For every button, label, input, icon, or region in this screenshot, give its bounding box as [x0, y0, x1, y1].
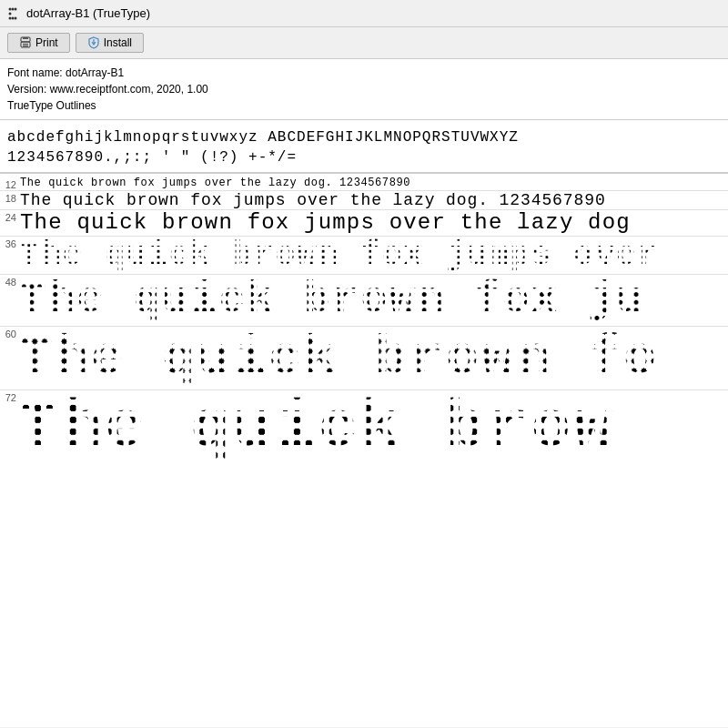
sample-text: The quick brown fox jumps over the lazy … — [20, 191, 606, 210]
sample-row: 60The quick brown fo — [0, 327, 728, 389]
sample-row: 18The quick brown fox jumps over the laz… — [0, 191, 728, 210]
alphabet-line2: 1234567890.,;:; ' " (!?) +-*/= — [7, 147, 721, 167]
sample-row: 48The quick brown fox ju — [0, 275, 728, 325]
sample-text: The quick brown fox ju — [20, 275, 645, 325]
sample-text: The quick brow — [20, 390, 616, 466]
svg-rect-10 — [23, 46, 28, 46]
sample-row: 72The quick brow — [0, 390, 728, 466]
print-button[interactable]: Print — [7, 33, 70, 53]
sample-text: The quick brown fox jumps over — [20, 237, 659, 274]
sample-size-label: 48 — [0, 275, 20, 288]
font-icon — [7, 6, 22, 21]
install-button[interactable]: Install — [76, 33, 144, 53]
sample-size-label: 24 — [0, 210, 20, 223]
svg-point-3 — [9, 12, 12, 15]
sample-size-label: 12 — [0, 177, 20, 190]
install-icon — [87, 36, 100, 49]
sample-size-label: 18 — [0, 191, 20, 204]
print-label: Print — [35, 36, 58, 49]
sample-row: 24The quick brown fox jumps over the laz… — [0, 210, 728, 236]
svg-point-4 — [9, 16, 12, 19]
svg-point-5 — [12, 16, 15, 19]
svg-rect-11 — [23, 37, 28, 39]
samples-area: 12The quick brown fox jumps over the laz… — [0, 174, 728, 727]
svg-rect-9 — [23, 44, 28, 45]
sample-text: The quick brown fox jumps over the lazy … — [20, 210, 631, 236]
svg-point-1 — [12, 7, 15, 10]
title-text: dotArray-B1 (TrueType) — [26, 6, 150, 20]
font-name: Font name: dotArray-B1 — [7, 65, 721, 81]
sample-size-label: 36 — [0, 237, 20, 249]
font-info: Font name: dotArray-B1 Version: www.rece… — [0, 59, 728, 120]
sample-row: 36The quick brown fox jumps over — [0, 237, 728, 274]
font-version: Version: www.receiptfont.com, 2020, 1.00 — [7, 81, 721, 97]
svg-point-2 — [15, 7, 17, 10]
sample-text: The quick brown fox jumps over the lazy … — [20, 177, 410, 190]
svg-point-0 — [9, 7, 12, 10]
alphabet-preview: abcdefghijklmnopqrstuvwxyz ABCDEFGHIJKLM… — [0, 120, 728, 173]
sample-size-label: 72 — [0, 390, 20, 403]
sample-size-label: 60 — [0, 327, 20, 339]
install-label: Install — [104, 36, 132, 49]
printer-icon — [19, 36, 32, 49]
alphabet-line1: abcdefghijklmnopqrstuvwxyz ABCDEFGHIJKLM… — [7, 127, 721, 147]
title-bar: dotArray-B1 (TrueType) — [0, 0, 728, 27]
toolbar: Print Install — [0, 27, 728, 59]
sample-row: 12The quick brown fox jumps over the laz… — [0, 177, 728, 190]
font-type: TrueType Outlines — [7, 97, 721, 114]
sample-text: The quick brown fo — [20, 327, 659, 389]
svg-point-6 — [15, 16, 17, 19]
